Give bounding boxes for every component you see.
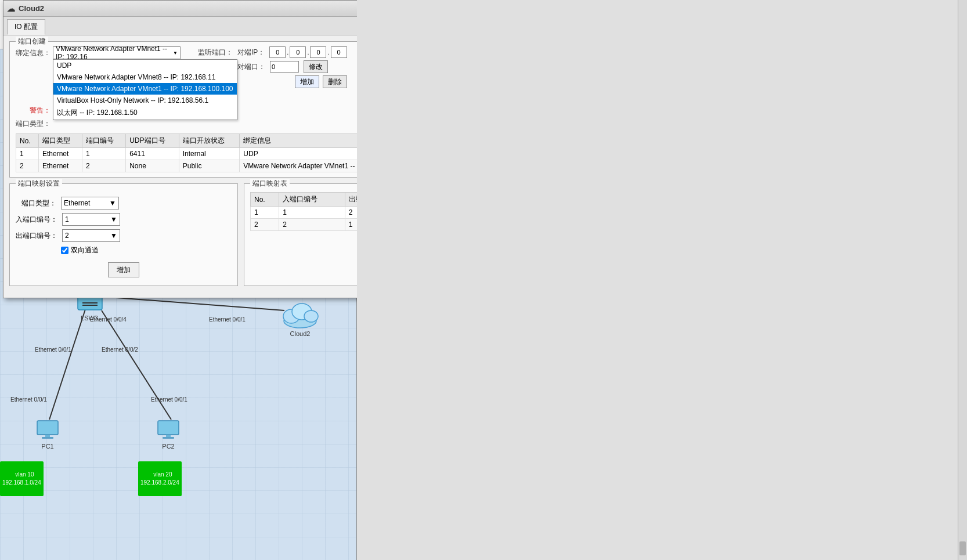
port-mapping-table-title: 端口映射表 [250, 179, 290, 189]
row1-udp: 6411 [126, 148, 179, 160]
in-port-value: 1 [65, 215, 69, 223]
bind-label: 绑定信息： [16, 48, 50, 58]
bind-dropdown-value: VMware Network Adapter VMnet1 -- IP: 192… [56, 45, 171, 61]
svg-rect-11 [158, 421, 179, 435]
mapping-type-arrow: ▼ [109, 199, 116, 207]
bidirectional-row: 双向通道 [61, 245, 232, 255]
in-port-label: 入端口编号： [16, 215, 57, 225]
add-port-button[interactable]: 增加 [295, 75, 319, 88]
dropdown-item-vbox[interactable]: VirtualBox Host-Only Network -- IP: 192.… [53, 95, 237, 106]
ip-field-3[interactable] [331, 46, 347, 58]
tab-io-config[interactable]: IO 配置 [7, 19, 45, 35]
out-port-row: 出端口编号： 2 ▼ [16, 229, 232, 242]
row2-type: Ethernet [39, 160, 82, 172]
mapping-type-select[interactable]: Ethernet ▼ [61, 197, 119, 209]
remote-port-label: 对端口： [237, 62, 265, 72]
port-eth004: Ethernet 0/0/4 [90, 316, 127, 323]
modify-button[interactable]: 修改 [304, 60, 328, 73]
pc2-info-box: vlan 20 192.168.2.0/24 [138, 461, 182, 496]
remote-port-input[interactable] [270, 61, 299, 73]
dropdown-item-vmnet8[interactable]: VMware Network Adapter VMnet8 -- IP: 192… [53, 71, 237, 83]
dialog-icon: ☁ [7, 4, 15, 13]
row1-type: Ethernet [39, 148, 82, 160]
cloud2-node[interactable]: Cloud2 [280, 299, 320, 337]
mapping-add-button[interactable]: 增加 [108, 262, 139, 277]
port-eth001-left: Ethernet 0/0/1 [35, 346, 71, 353]
row1-no: 1 [16, 148, 39, 160]
pc1-info-box: vlan 10 192.168.1.0/24 [0, 461, 44, 496]
warning-label: 警告： [16, 106, 50, 115]
map-r2-no: 2 [251, 219, 279, 231]
row1-status: Internal [179, 148, 240, 160]
dialog-title-area: ☁ Cloud2 [7, 4, 44, 13]
map-r2-in: 2 [279, 219, 345, 231]
link-lsw3-pc1 [49, 308, 86, 420]
row2-num: 2 [82, 160, 126, 172]
pc2-info-text: vlan 20 192.168.2.0/24 [140, 471, 179, 486]
out-port-label: 出端口编号： [16, 231, 57, 241]
svg-rect-13 [163, 437, 174, 439]
pc1-node[interactable]: PC1 [35, 420, 60, 450]
bidirectional-label: 双向通道 [71, 245, 99, 255]
mapping-type-label: 端口类型： [16, 198, 56, 208]
in-port-arrow: ▼ [110, 215, 117, 223]
remote-ip-label: 对端IP： [237, 48, 265, 57]
svg-point-17 [304, 310, 318, 322]
listen-port-label: 监听端口： [198, 48, 233, 57]
row2-udp: None [126, 160, 179, 172]
col-no: No. [16, 134, 39, 148]
in-port-select[interactable]: 1 ▼ [62, 213, 120, 226]
scrollbar-thumb[interactable] [959, 541, 966, 555]
port-eth001-pc1: Ethernet 0/0/1 [10, 396, 47, 403]
dialog-title-text: Cloud2 [19, 4, 44, 13]
port-mapping-settings-title: 端口映射设置 [16, 179, 62, 189]
bind-dropdown-menu: UDP VMware Network Adapter VMnet8 -- IP:… [53, 59, 237, 120]
delete-port-button[interactable]: 删除 [323, 75, 347, 88]
col-num: 端口编号 [82, 134, 126, 148]
bidirectional-checkbox[interactable] [61, 247, 68, 254]
out-port-value: 2 [65, 232, 69, 240]
port-mapping-settings-section: 端口映射设置 端口类型： Ethernet ▼ 入端口编号： [9, 183, 238, 286]
port-eth001-pc2: Ethernet 0/0/1 [151, 396, 187, 403]
ip-field-1[interactable] [290, 46, 306, 58]
row1-num: 1 [82, 148, 126, 160]
map-col-in: 入端口编号 [279, 193, 345, 207]
row2-status: Public [179, 160, 240, 172]
dropdown-item-ethernet[interactable]: 以太网 -- IP: 192.168.1.50 [53, 106, 237, 120]
col-status: 端口开放状态 [179, 134, 240, 148]
dropdown-item-vmnet1[interactable]: VMware Network Adapter VMnet1 -- IP: 192… [53, 83, 237, 95]
scrollbar[interactable] [958, 0, 967, 560]
port-eth002: Ethernet 0/0/2 [102, 346, 138, 353]
ip-field-2[interactable] [310, 46, 326, 58]
svg-rect-10 [42, 437, 53, 439]
remote-ip-input: . . . [269, 46, 347, 58]
map-r1-no: 1 [251, 207, 279, 219]
port-type-row: 端口类型： Ethernet ▼ [16, 197, 232, 209]
out-port-select[interactable]: 2 ▼ [62, 229, 120, 242]
bind-dropdown[interactable]: VMware Network Adapter VMnet1 -- IP: 192… [53, 46, 181, 59]
link-lsw3-cloud2 [116, 298, 284, 310]
pc1-info-text: vlan 10 192.168.1.0/24 [2, 471, 41, 486]
ip-field-0[interactable] [269, 46, 286, 58]
mapping-type-value: Ethernet [64, 199, 90, 207]
link-lsw3-pc2 [102, 310, 171, 420]
col-udp: UDP端口号 [126, 134, 179, 148]
out-port-arrow: ▼ [110, 232, 117, 240]
dropdown-item-udp[interactable]: UDP [53, 60, 237, 71]
svg-rect-9 [45, 435, 50, 437]
pc1-label: PC1 [41, 443, 53, 450]
map-col-no: No. [251, 193, 279, 207]
in-port-row: 入端口编号： 1 ▼ [16, 213, 232, 226]
svg-rect-8 [37, 421, 58, 435]
pc2-node[interactable]: PC2 [156, 420, 181, 450]
port-eth001-cloud: Ethernet 0/0/1 [209, 316, 246, 323]
port-type-label: 端口类型： [16, 119, 50, 129]
col-type: 端口类型 [39, 134, 82, 148]
cloud2-label: Cloud2 [290, 330, 311, 337]
svg-rect-12 [166, 435, 171, 437]
port-creation-title: 端口创建 [16, 37, 48, 46]
pc2-label: PC2 [162, 443, 174, 450]
map-r1-in: 1 [279, 207, 345, 219]
bind-dropdown-trigger[interactable]: VMware Network Adapter VMnet1 -- IP: 192… [53, 46, 181, 59]
status-area [357, 0, 967, 560]
